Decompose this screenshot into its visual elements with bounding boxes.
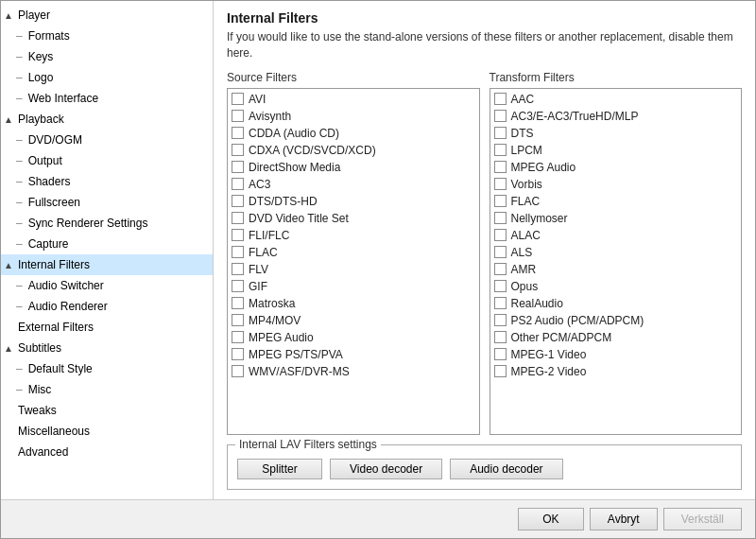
list-item[interactable]: AMR [490, 261, 742, 278]
transform-filters-list-container[interactable]: AACAC3/E-AC3/TrueHD/MLPDTSLPCMMPEG Audio… [490, 88, 743, 435]
filter-checkbox[interactable] [494, 212, 507, 224]
list-item[interactable]: WMV/ASF/DVR-MS [228, 363, 479, 380]
filter-checkbox[interactable] [232, 348, 244, 360]
filter-checkbox[interactable] [494, 161, 507, 173]
list-item[interactable]: FLV [228, 261, 479, 278]
filter-checkbox[interactable] [494, 246, 507, 258]
list-item[interactable]: MPEG-2 Video [490, 363, 742, 380]
list-item[interactable]: Vorbis [490, 176, 742, 193]
filter-checkbox[interactable] [232, 212, 244, 224]
list-item[interactable]: AC3/E-AC3/TrueHD/MLP [490, 108, 742, 125]
sidebar-item-output[interactable]: –Output [1, 150, 213, 171]
list-item[interactable]: ALAC [490, 227, 742, 244]
ok-button[interactable]: OK [518, 508, 584, 530]
filter-checkbox[interactable] [232, 229, 244, 241]
filter-checkbox[interactable] [494, 178, 507, 190]
filter-checkbox[interactable] [494, 110, 507, 122]
filter-checkbox[interactable] [494, 348, 507, 360]
cancel-button[interactable]: Avbryt [590, 508, 658, 530]
filter-checkbox[interactable] [494, 263, 507, 275]
sidebar-item-capture[interactable]: –Capture [1, 234, 213, 254]
sidebar-item-dvd-ogm[interactable]: –DVD/OGM [1, 130, 213, 150]
list-item[interactable]: CDDA (Audio CD) [228, 125, 479, 142]
sidebar-item-keys[interactable]: –Keys [1, 46, 213, 67]
list-item[interactable]: Opus [490, 278, 742, 295]
filter-checkbox[interactable] [232, 93, 244, 105]
filter-checkbox[interactable] [494, 127, 507, 139]
list-item[interactable]: Matroska [228, 295, 479, 312]
audio-decoder-button[interactable]: Audio decoder [450, 459, 562, 479]
filter-checkbox[interactable] [232, 365, 244, 377]
sidebar-item-logo[interactable]: –Logo [1, 67, 213, 88]
filter-checkbox[interactable] [232, 127, 244, 139]
list-item[interactable]: MPEG Audio [490, 159, 742, 176]
filter-checkbox[interactable] [494, 144, 507, 156]
sidebar-item-misc-sub[interactable]: –Misc [1, 379, 213, 400]
sidebar-item-internal-filters[interactable]: ▲Internal Filters [1, 254, 213, 275]
sidebar-item-advanced[interactable]: Advanced [1, 442, 213, 462]
filter-checkbox[interactable] [232, 263, 244, 275]
list-item[interactable]: Nellymoser [490, 210, 742, 227]
sidebar-item-miscellaneous[interactable]: Miscellaneous [1, 421, 213, 442]
list-item[interactable]: AVI [228, 91, 479, 108]
list-item[interactable]: PS2 Audio (PCM/ADPCM) [490, 312, 742, 329]
filter-checkbox[interactable] [232, 297, 244, 309]
list-item[interactable]: Other PCM/ADPCM [490, 329, 742, 346]
filter-checkbox[interactable] [494, 314, 507, 326]
filter-checkbox[interactable] [494, 331, 507, 343]
sidebar-item-formats[interactable]: –Formats [1, 26, 213, 46]
filter-label: DirectShow Media [249, 161, 340, 174]
filter-checkbox[interactable] [494, 365, 507, 377]
sidebar-item-sync-renderer[interactable]: –Sync Renderer Settings [1, 213, 213, 234]
list-item[interactable]: FLI/FLC [228, 227, 479, 244]
list-item[interactable]: MP4/MOV [228, 312, 479, 329]
list-item[interactable]: DVD Video Title Set [228, 210, 479, 227]
list-item[interactable]: FLAC [228, 244, 479, 261]
sidebar-item-audio-switcher[interactable]: –Audio Switcher [1, 275, 213, 296]
list-item[interactable]: DTS/DTS-HD [228, 193, 479, 210]
sidebar-item-shaders[interactable]: –Shaders [1, 171, 213, 192]
list-item[interactable]: MPEG Audio [228, 329, 479, 346]
list-item[interactable]: GIF [228, 278, 479, 295]
sidebar-item-player[interactable]: ▲Player [1, 5, 213, 26]
list-item[interactable]: AC3 [228, 176, 479, 193]
filter-checkbox[interactable] [232, 280, 244, 292]
list-item[interactable]: LPCM [490, 142, 742, 159]
list-item[interactable]: MPEG-1 Video [490, 346, 742, 363]
list-item[interactable]: ALS [490, 244, 742, 261]
video-decoder-button[interactable]: Video decoder [330, 459, 442, 479]
filter-checkbox[interactable] [232, 144, 244, 156]
list-item[interactable]: Avisynth [228, 108, 479, 125]
list-item[interactable]: FLAC [490, 193, 742, 210]
filter-checkbox[interactable] [232, 314, 244, 326]
filter-checkbox[interactable] [232, 161, 244, 173]
filter-checkbox[interactable] [494, 297, 507, 309]
sidebar-item-external-filters[interactable]: External Filters [1, 317, 213, 338]
filter-checkbox[interactable] [232, 178, 244, 190]
filter-checkbox[interactable] [494, 195, 507, 207]
sidebar-item-playback[interactable]: ▲Playback [1, 109, 213, 130]
sidebar-item-default-style[interactable]: –Default Style [1, 358, 213, 379]
list-item[interactable]: CDXA (VCD/SVCD/XCD) [228, 142, 479, 159]
sidebar-item-audio-renderer[interactable]: –Audio Renderer [1, 296, 213, 317]
source-filters-list-container[interactable]: AVIAvisynthCDDA (Audio CD)CDXA (VCD/SVCD… [227, 88, 480, 435]
sidebar-item-subtitles[interactable]: ▲Subtitles [1, 338, 213, 358]
sidebar-item-tweaks[interactable]: Tweaks [1, 400, 213, 421]
filter-checkbox[interactable] [494, 93, 507, 105]
filter-checkbox[interactable] [494, 229, 507, 241]
list-item[interactable]: RealAudio [490, 295, 742, 312]
filter-checkbox[interactable] [494, 280, 507, 292]
list-item[interactable]: AAC [490, 91, 742, 108]
filter-checkbox[interactable] [232, 195, 244, 207]
list-item[interactable]: MPEG PS/TS/PVA [228, 346, 479, 363]
tree-arrow-internal-filters: ▲ [1, 260, 16, 270]
filter-checkbox[interactable] [232, 110, 244, 122]
sidebar-item-web-interface[interactable]: –Web Interface [1, 88, 213, 109]
list-item[interactable]: DTS [490, 125, 742, 142]
sidebar-item-fullscreen[interactable]: –Fullscreen [1, 192, 213, 213]
list-item[interactable]: DirectShow Media [228, 159, 479, 176]
filter-checkbox[interactable] [232, 331, 244, 343]
filter-checkbox[interactable] [232, 246, 244, 258]
apply-button[interactable]: Verkställ [663, 508, 742, 530]
splitter-button[interactable]: Splitter [237, 459, 322, 479]
